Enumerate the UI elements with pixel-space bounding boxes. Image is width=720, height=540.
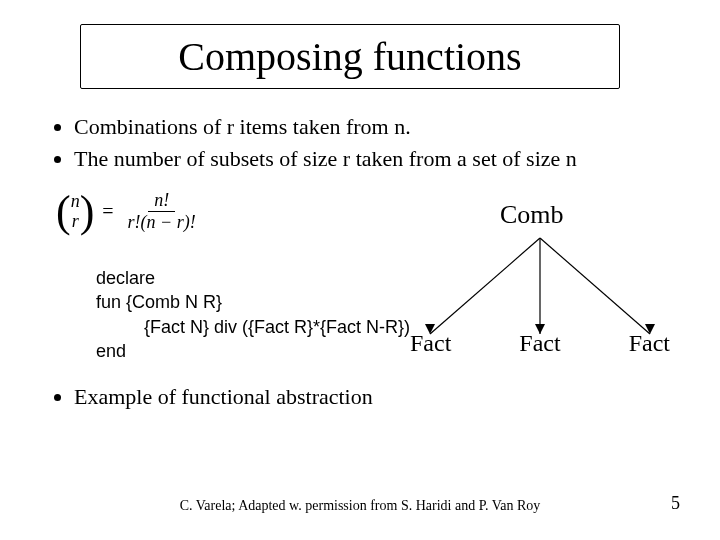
fraction-denominator: r!(n − r)! bbox=[122, 212, 202, 233]
code-line: fun {Comb N R} bbox=[96, 290, 456, 314]
bullet-list-2: Example of functional abstraction bbox=[50, 384, 670, 410]
binomial-formula: ( n r ) = n! r!(n − r)! bbox=[56, 190, 202, 233]
title-box: Composing functions bbox=[80, 24, 620, 89]
binom-column: n r bbox=[71, 192, 80, 232]
code-line: declare bbox=[96, 266, 456, 290]
binom-n: n bbox=[71, 192, 80, 212]
right-paren: ) bbox=[80, 192, 95, 232]
bullet-item: Combinations of r items taken from n. bbox=[74, 112, 670, 142]
code-block: declare fun {Comb N R} {Fact N} div ({Fa… bbox=[96, 266, 456, 363]
footer-attribution: C. Varela; Adapted w. permission from S.… bbox=[0, 498, 720, 514]
page-number: 5 bbox=[671, 493, 680, 514]
fraction: n! r!(n − r)! bbox=[122, 190, 202, 233]
bullet-list: Combinations of r items taken from n. Th… bbox=[50, 112, 670, 175]
equals-sign: = bbox=[102, 200, 113, 223]
tree-edge bbox=[540, 238, 650, 334]
tree-leaf: Fact bbox=[629, 330, 670, 357]
binom-r: r bbox=[72, 212, 79, 232]
fraction-numerator: n! bbox=[148, 190, 175, 212]
tree-leaf: Fact bbox=[519, 330, 560, 357]
tree-root-label: Comb bbox=[500, 200, 564, 230]
code-line: end bbox=[96, 339, 456, 363]
bullet-item: Example of functional abstraction bbox=[74, 384, 670, 410]
left-paren: ( bbox=[56, 192, 71, 232]
bullet-item: The number of subsets of size r taken fr… bbox=[74, 144, 670, 174]
slide-title: Composing functions bbox=[97, 33, 603, 80]
code-line: {Fact N} div ({Fact R}*{Fact N-R}) bbox=[96, 315, 456, 339]
